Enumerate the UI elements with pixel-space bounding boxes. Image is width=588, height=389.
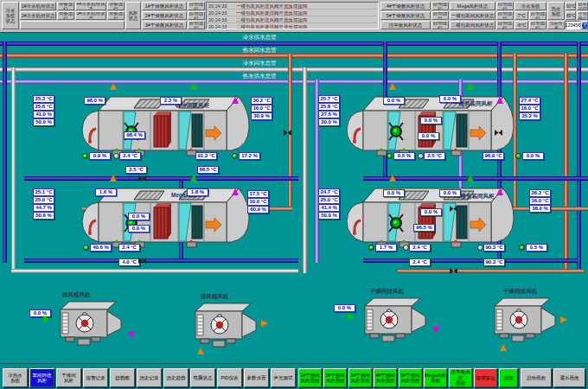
alarm-row: 20:24:33二楼包装风柜废排阀开度反馈故障 — [207, 23, 378, 29]
value-box: 50.0 % — [318, 212, 340, 220]
status-indicator — [519, 245, 525, 251]
chiller-3-status: 设备运行 — [107, 11, 125, 20]
value-box: 2.4 °C — [118, 244, 140, 252]
value-box: 2.5 °C — [125, 166, 147, 174]
pipe-branch — [398, 269, 584, 273]
help-button[interactable]: ? — [581, 21, 588, 29]
current-user-field[interactable]: 123456 — [566, 21, 580, 29]
dryer-ahu-1-label: 1#干燥侧风柜状态 — [142, 2, 187, 10]
fan-name: 干燥间排风机 — [503, 288, 537, 296]
dryer-exhaust-fan-unit — [356, 296, 429, 342]
sensor-indicator — [418, 153, 424, 159]
button-parameter-setting[interactable]: 参数设置 — [244, 368, 269, 387]
value-box: 50.0 % — [33, 118, 54, 126]
value-box: 17.2 % — [239, 152, 260, 160]
dryer-ahu-1-status: 自动运行 — [188, 2, 205, 10]
dryer-ahu-2-status: 自动运行 — [188, 11, 205, 20]
button-mute[interactable]: 消音 — [499, 368, 518, 387]
button-mega-ahu-screen[interactable]: Mega风柜 画面 — [424, 368, 447, 387]
airflow-arrow — [500, 344, 507, 351]
value-box: 38.0 % — [529, 205, 551, 213]
button-dryer-ahu-screen-4[interactable]: 4#干燥间 风柜画面 — [374, 368, 397, 387]
value-box: 1.7 % — [375, 244, 397, 252]
value-box: 90.3 °C — [483, 244, 505, 252]
airflow-arrow — [232, 188, 239, 195]
value-box: 16.0 °C — [529, 197, 551, 205]
chiller-system-title: 冷水 系统 状态 — [2, 2, 19, 29]
button-cooling-hot-water-system[interactable]: 冷热水 系统 — [3, 368, 28, 387]
airflow-arrow — [197, 348, 204, 354]
pipe-riser — [303, 67, 307, 273]
pressure-balance-ahu-label: 压平衡风柜状态 — [380, 21, 431, 29]
value-box: 41.0 % — [33, 111, 54, 118]
chiller-3-label: 3#冷水机组状态 — [75, 11, 106, 20]
dryer-exhaust-fan-unit — [486, 296, 559, 342]
value-box: 0.0 % — [418, 132, 439, 140]
button-alarm-reset[interactable]: 报警复位 — [474, 368, 497, 387]
value-box: 90.3 °C — [483, 258, 505, 266]
airflow-arrow — [43, 316, 50, 322]
value-box: 24.7 °C — [318, 188, 340, 196]
dryer-ahu-3-status: 自动运行 — [188, 21, 205, 29]
value-box: 0.0 % — [383, 189, 405, 197]
button-dryer-ahu-screen-3[interactable]: 3#干燥间 风柜画面 — [348, 368, 372, 387]
pipe-label-chilled-supply: 冷水供水总管 — [208, 34, 311, 41]
status-indicator — [83, 245, 89, 251]
ahu-status-title: 风柜 状态 — [125, 2, 141, 29]
hot-water-title: 热水 系统 — [547, 2, 565, 20]
airflow-arrow — [110, 83, 117, 90]
button-dryer-ahu-screen-1[interactable]: 1#干燥间 风柜画面 — [298, 368, 322, 387]
value-box: 0.5 % — [393, 152, 415, 160]
value-box: 66.5 °C — [197, 166, 219, 174]
chilled-water-title: 冷水系统 — [514, 2, 546, 10]
pipe-branch — [363, 176, 588, 181]
button-dryer-ahu[interactable]: 干燥间 风柜 — [56, 368, 81, 387]
value-box: 2.4 °C — [409, 244, 431, 252]
exhaust-fan-unit — [52, 299, 125, 346]
airflow-arrow — [496, 188, 503, 195]
value-box: 25.3 °C — [33, 95, 54, 103]
alarm-time: 20:24:33 — [208, 10, 227, 16]
current-user-label: 当前用户 — [547, 21, 565, 29]
chiller-1-label: 1#冷水机组状态 — [20, 2, 56, 10]
button-workshop-env-ahu[interactable]: 车间环境 风柜 — [29, 368, 54, 387]
value-box: 41.4 % — [318, 204, 340, 212]
button-history-trend[interactable]: 历史趋势 — [163, 368, 189, 387]
value-box: 0.0 % — [420, 208, 442, 216]
airflow-arrow — [389, 83, 396, 90]
button-startup-screen[interactable]: 启动画面 — [521, 368, 552, 387]
value-box: 0.0 % — [420, 117, 442, 124]
exhaust-fan-unit — [187, 301, 259, 348]
pipe-riser — [564, 54, 568, 273]
button-trend-chart[interactable]: 趋势图 — [110, 368, 135, 387]
status-indicator — [515, 153, 521, 159]
alarm-time: 20:24:33 — [208, 3, 227, 9]
dryer-ahu-4-status: 自动运行 — [431, 2, 449, 10]
button-dryer-ahu-screen-5[interactable]: 5#干燥间 风柜画面 — [399, 368, 422, 387]
help-icon: ? — [582, 22, 587, 29]
value-box: 96.5 % — [413, 224, 435, 232]
value-box: 0.0 % — [334, 304, 355, 312]
pipe-riser — [3, 41, 7, 263]
button-computer-status[interactable]: 电脑状态 — [190, 368, 215, 387]
value-box: 26.3 °C — [529, 189, 551, 197]
value-box: 40.6 % — [90, 244, 112, 252]
alarm-row: 20:24:33一楼包装风柜送风阀开度反馈故障 — [207, 3, 378, 10]
button-exit-screen[interactable]: 退出画面 — [553, 368, 585, 387]
button-pressure-balance-ahu-screen[interactable]: 压平衡风柜 画面 — [449, 368, 472, 387]
button-history-record[interactable]: 历史记录 — [137, 368, 162, 387]
button-sound-light-test[interactable]: 声光测试 — [271, 368, 296, 387]
value-box: 16.0 °C — [519, 105, 540, 112]
value-box: 25.0 °C — [318, 196, 340, 204]
fan-name: 排风箱风机 — [201, 293, 229, 301]
button-dryer-ahu-screen-2[interactable]: 2#干燥间 风柜画面 — [323, 368, 347, 387]
value-box: 50.6 % — [33, 212, 54, 220]
pressure-balance-ahu-status: 自动运行 — [431, 21, 449, 29]
value-box: 25.8 °C — [318, 103, 340, 111]
value-box: 0.0 % — [128, 213, 150, 220]
button-pid-meter[interactable]: PID仪表 — [217, 368, 242, 387]
button-alarm-record[interactable]: 报警记录 — [83, 368, 108, 387]
chilled-water-status-2: 自动运行 — [529, 21, 546, 29]
chiller-4-status: 设备运行 — [107, 2, 125, 10]
dryer-ahu-4-label: 4#干燥侧风柜状态 — [380, 2, 431, 10]
